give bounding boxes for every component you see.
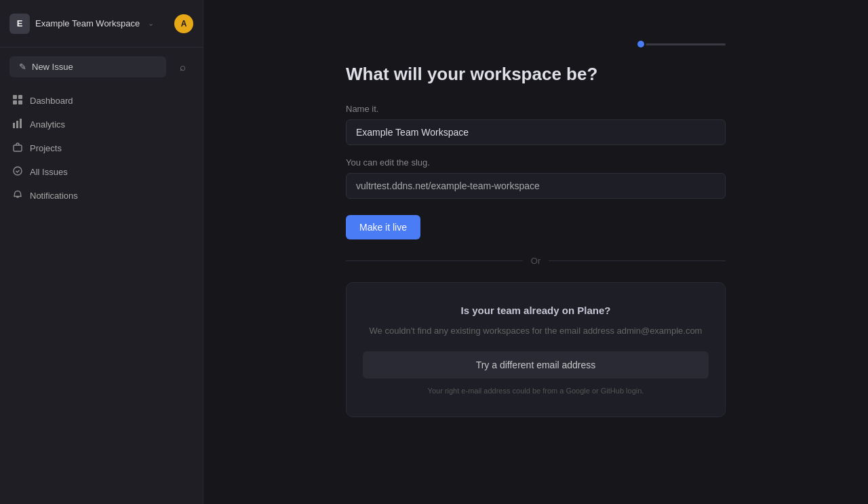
svg-point-8 (14, 167, 22, 175)
sidebar-item-label: Notifications (30, 191, 78, 201)
or-divider: Or (346, 256, 726, 266)
svg-rect-0 (13, 95, 17, 99)
team-card: Is your team already on Plane? We couldn… (346, 282, 726, 417)
name-label: Name it. (346, 104, 726, 114)
sidebar-item-projects[interactable]: Projects (5, 137, 197, 159)
team-card-description: We couldn't find any existing workspaces… (363, 324, 709, 338)
svg-rect-7 (14, 145, 22, 151)
page-title: What will your workspace be? (346, 64, 726, 85)
sidebar-item-all-issues[interactable]: All Issues (5, 161, 197, 183)
sidebar-item-label: Dashboard (30, 96, 73, 106)
search-icon: ⌕ (180, 61, 186, 73)
progress-track (646, 43, 726, 45)
sidebar-item-label: All Issues (30, 167, 68, 177)
new-issue-label: New Issue (32, 62, 73, 72)
sidebar-item-label: Analytics (30, 119, 65, 130)
sidebar-item-notifications[interactable]: Notifications (5, 185, 197, 207)
new-issue-icon: ✎ (19, 62, 26, 72)
try-email-button[interactable]: Try a different email address (363, 351, 709, 379)
setup-panel: What will your workspace be? Name it. Yo… (346, 41, 726, 417)
svg-rect-6 (20, 119, 22, 128)
search-button[interactable]: ⌕ (172, 56, 193, 77)
new-issue-button[interactable]: ✎ New Issue (9, 56, 166, 77)
check-circle-icon (12, 166, 23, 178)
briefcase-icon (12, 142, 23, 154)
workspace-name-input[interactable] (346, 119, 726, 145)
progress-dot (637, 41, 644, 47)
name-section: Name it. (346, 104, 726, 145)
team-card-title: Is your team already on Plane? (363, 305, 709, 316)
or-text: Or (531, 256, 540, 266)
user-avatar[interactable]: A (174, 14, 193, 33)
svg-rect-1 (18, 95, 22, 99)
sidebar-item-label: Projects (30, 143, 62, 153)
svg-rect-5 (16, 121, 18, 128)
workspace-info[interactable]: E Example Team Workspace ⌄ (9, 14, 174, 34)
sidebar-header: E Example Team Workspace ⌄ A (0, 0, 203, 47)
grid-icon (12, 95, 23, 106)
sidebar-item-dashboard[interactable]: Dashboard (5, 90, 197, 112)
progress-bar (637, 41, 726, 47)
slug-label: You can edit the slug. (346, 157, 726, 168)
svg-rect-4 (13, 123, 15, 128)
bell-icon (12, 190, 23, 201)
sidebar: E Example Team Workspace ⌄ A ✎ New Issue… (0, 0, 203, 504)
make-live-button[interactable]: Make it live (346, 215, 420, 239)
workspace-avatar-letter: E (9, 14, 30, 34)
team-card-hint: Your right e-mail address could be from … (363, 387, 709, 395)
svg-rect-2 (13, 100, 17, 104)
workspace-name: Example Team Workspace (35, 18, 140, 28)
workspace-slug-input[interactable] (346, 173, 726, 199)
progress-bar-row (346, 41, 726, 47)
svg-rect-3 (18, 100, 22, 104)
main-content: What will your workspace be? Name it. Yo… (203, 0, 868, 504)
chevron-down-icon: ⌄ (148, 19, 154, 28)
sidebar-item-analytics[interactable]: Analytics (5, 113, 197, 136)
slug-section: You can edit the slug. (346, 157, 726, 199)
bar-chart-icon (12, 119, 23, 130)
sidebar-nav: Dashboard Analytics Projects (0, 85, 203, 211)
sidebar-actions: ✎ New Issue ⌕ (0, 47, 203, 85)
